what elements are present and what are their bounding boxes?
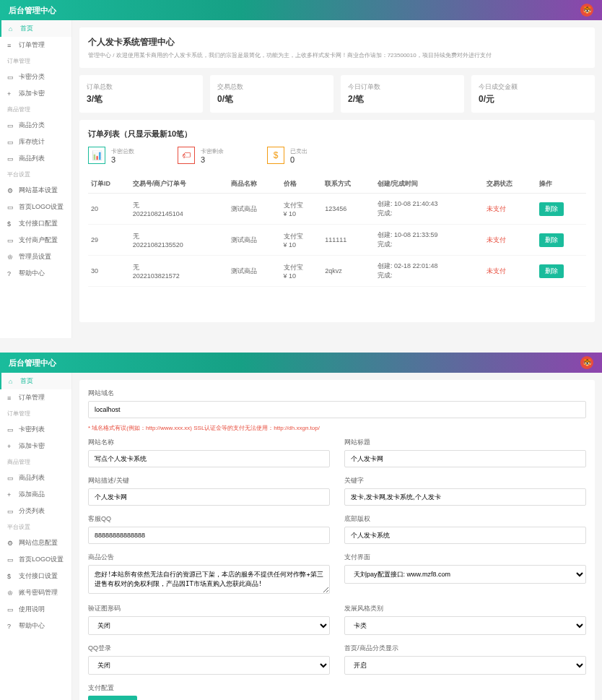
delete-button[interactable]: 删除 [539,233,564,247]
cell-trade: 无 20221082145104 [130,194,228,225]
sidebar-item[interactable]: ♔账号密码管理 [0,584,71,601]
avatar[interactable]: 🐯 [580,356,593,369]
sidebar-item[interactable]: ⚙网站信息配置 [0,535,71,551]
sidebar-item[interactable]: +添加商品 [0,486,71,503]
keywords-input[interactable] [344,488,586,506]
payconfig-label: 支付配置 [88,683,586,693]
qqlogin-select[interactable]: 关闭 [88,656,330,675]
cell-contact: 2qkvz [322,256,375,287]
cell-contact: 111111 [322,225,375,256]
stat-card: 交易总数0/笔 [210,75,333,113]
cell-contact: 123456 [322,194,375,225]
homestyle-label: 发展风格类别 [344,604,586,613]
home-icon: ⌂ [9,25,16,33]
cell-trade: 无 2022103821572 [130,256,228,287]
merchant-icon: ▭ [7,237,14,244]
cell-action: 删除 [536,256,586,287]
header-title: 后台管理中心 [9,358,56,368]
copyright-input[interactable] [344,527,586,544]
sidebar: ⌂首页 ≡订单管理 订单管理 ▭卡密列表 +添加卡密 商品管理 ▭商品列表 +添… [0,373,72,700]
sidebar-item[interactable]: ▭商品列表 [0,150,71,167]
sidebar-item[interactable]: +添加卡密 [0,438,71,454]
sidebar-item-home[interactable]: ⌂首页 [0,20,71,37]
mini-stat: 🏷卡密剩余3 [178,147,224,164]
sidebar-item-orders[interactable]: ≡订单管理 [0,389,71,406]
sidebar-item[interactable]: ▭商品分类 [0,117,71,134]
admin-icon: ♔ [7,254,14,261]
sidebar-item[interactable]: ?帮助中心 [0,618,71,634]
sidebar-item[interactable]: ♔管理员设置 [0,249,71,265]
sitetitle-label: 网站标题 [344,438,586,447]
copyright-label: 底部版权 [344,514,586,524]
stat-card: 今日订单数2/笔 [341,75,464,113]
notice-textarea[interactable]: 您好!本站所有依然无法自行的资源已下架，本店的服务不提供任何对作弊+第三进售有权… [88,565,330,594]
delete-button[interactable]: 删除 [539,264,564,278]
help-icon: ? [7,623,14,630]
payconfig-button[interactable]: 支付配置 [88,696,137,700]
display-select[interactable]: 开启 [344,656,586,675]
cell-action: 删除 [536,194,586,225]
table-row: 30 无 2022103821572 测试商品 支付宝 ¥ 10 2qkvz 创… [88,256,586,287]
header: 后台管理中心 🐯 [0,353,602,373]
sidebar-item[interactable]: ▭商品列表 [0,470,71,486]
list-icon: ≡ [7,42,14,49]
sitetitle-input[interactable] [344,450,586,467]
add-icon: + [7,491,14,498]
cell-trade: 无 20221082135520 [130,225,228,256]
goods-icon: ▭ [7,155,14,163]
loginverify-select[interactable]: 关闭 [88,616,330,635]
cell-id: 30 [88,256,130,287]
sidebar-item-home[interactable]: ⌂首页 [0,373,71,389]
cell-name: 测试商品 [228,256,281,287]
mini-stat: 📊卡密总数3 [88,147,134,164]
sidebar-item[interactable]: $支付接口配置 [0,215,71,232]
sidebar-item[interactable]: ▭库存统计 [0,134,71,150]
desc-input[interactable] [88,488,330,506]
avatar[interactable]: 🐯 [580,4,593,17]
sidebar-item[interactable]: ⚙网站基本设置 [0,182,71,199]
header: 后台管理中心 🐯 [0,0,602,20]
page-desc: 管理中心 / 欢迎使用某卡商用的个人发卡系统，我们的宗旨是最简化，功能为主，上收… [88,51,586,59]
sidebar: ⌂首页 ≡订单管理 订单管理 ▭卡密分类 +添加卡密 商品管理 ▭商品分类 ▭库… [0,20,72,338]
cell-status: 未支付 [484,256,536,287]
sidebar-item[interactable]: ▭卡密分类 [0,69,71,85]
help-icon: ? [7,270,14,277]
sidebar-item[interactable]: +添加卡密 [0,85,71,102]
sidebar-item[interactable]: $支付接口设置 [0,568,71,584]
sidebar-section: 订单管理 [0,53,71,69]
category-icon: ▭ [7,508,14,515]
domain-input[interactable] [88,401,586,418]
stats-row: 订单总数3/笔 交易总数0/笔 今日订单数2/笔 今日成交金额0/元 [79,75,595,113]
cell-status: 未支付 [484,194,536,225]
sidebar-item-orders[interactable]: ≡订单管理 [0,37,71,53]
account-icon: ♔ [7,589,14,597]
sidebar-item[interactable]: ▭首页LOGO设置 [0,551,71,568]
th: 联系方式 [322,175,375,194]
sidebar-item[interactable]: ▭分类列表 [0,503,71,519]
sidebar-item[interactable]: ▭支付商户配置 [0,232,71,249]
sidebar-item[interactable]: ▭使用说明 [0,601,71,618]
qq-label: 客服QQ [88,514,330,524]
homestyle-select[interactable]: 卡类 [344,616,586,635]
sidebar-item[interactable]: ?帮助中心 [0,265,71,282]
th: 交易号/商户订单号 [130,175,228,194]
sitename-input[interactable] [88,450,330,467]
sidebar-section: 平台设置 [0,167,71,182]
th: 交易状态 [484,175,536,194]
sidebar-item[interactable]: ▭卡密列表 [0,421,71,438]
card-icon: ▭ [7,74,14,81]
sidebar-item[interactable]: ▭首页LOGO设置 [0,199,71,215]
domain-label: 网站域名 [88,389,586,398]
stat-card: 今日成交金额0/元 [471,75,595,113]
sitename-label: 网站名称 [88,438,330,447]
delete-button[interactable]: 删除 [539,202,564,216]
tag-icon: 🏷 [178,147,195,164]
page-header-card: 个人发卡系统管理中心 管理中心 / 欢迎使用某卡商用的个人发卡系统，我们的宗旨是… [79,27,595,68]
logo-icon: ▭ [7,556,14,563]
payui-select[interactable]: 天刘pay配置接口: www.mzf8.com [344,565,586,584]
qq-input[interactable] [88,527,330,544]
card-icon: ▭ [7,426,14,433]
display-label: 首页/商品分类显示 [344,644,586,653]
payui-label: 支付界面 [344,553,586,562]
table-row: 20 无 20221082145104 测试商品 支付宝 ¥ 10 123456… [88,194,586,225]
